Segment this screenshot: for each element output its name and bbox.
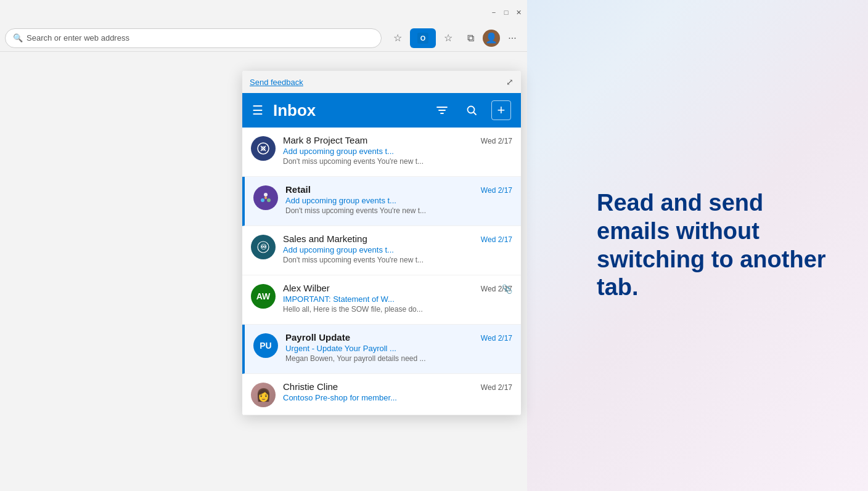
email-preview: Megan Bowen, Your payroll details need .… [285, 354, 512, 363]
avatar [253, 185, 278, 210]
email-date: Wed 2/17 [481, 137, 512, 145]
outlook-tab[interactable]: O [410, 28, 436, 48]
browser-toolbar-icons: ☆ O ☆ ⧉ 👤 ··· [388, 28, 522, 48]
svg-point-0 [468, 107, 475, 113]
favorites-icon[interactable]: ☆ [388, 28, 407, 48]
attachment-icon: 📎 [502, 284, 512, 294]
svg-text:♾: ♾ [260, 243, 267, 251]
address-bar-text: Search or enter web address [27, 33, 129, 43]
avatar [251, 136, 276, 161]
email-content: Christie Cline Wed 2/17 Contoso Pre-shop… [283, 381, 512, 404]
compose-button[interactable]: + [491, 100, 511, 120]
email-subject: Urgent - Update Your Payroll ... [285, 344, 512, 353]
address-bar[interactable]: 🔍 Search or enter web address [5, 28, 382, 48]
svg-point-8 [267, 198, 271, 202]
email-date: Wed 2/17 [481, 235, 512, 244]
search-button[interactable] [462, 100, 481, 120]
browser-titlebar: − □ ✕ [0, 0, 527, 25]
email-list: Mark 8 Project Team Wed 2/17 Add upcomin… [242, 128, 521, 415]
email-subject: Add upcoming group events t... [283, 245, 512, 254]
email-item[interactable]: Mark 8 Project Team Wed 2/17 Add upcomin… [242, 128, 521, 177]
email-sender: Retail [285, 184, 311, 195]
email-sender: Christie Cline [283, 381, 338, 392]
search-icon: 🔍 [13, 33, 23, 43]
minimize-button[interactable]: − [490, 9, 497, 16]
email-subject: Add upcoming group events t... [285, 196, 512, 205]
email-sender: Sales and Marketing [283, 233, 367, 244]
email-preview: Don't miss upcoming events You're new t.… [283, 256, 512, 264]
email-subject: Contoso Pre-shop for member... [283, 393, 512, 402]
browser-toolbar: 🔍 Search or enter web address ☆ O ☆ ⧉ 👤 … [0, 25, 527, 52]
panel-topbar: Send feedback ⤢ [242, 71, 521, 93]
email-subject: IMPORTANT: Statement of W... [283, 294, 512, 304]
email-date: Wed 2/17 [481, 334, 512, 343]
avatar: 👩 [251, 383, 276, 407]
collections-icon[interactable]: ☆ [438, 28, 458, 48]
outlook-panel: Send feedback ⤢ ☰ Inbox + [242, 71, 521, 415]
expand-panel-button[interactable]: ⤢ [506, 77, 514, 87]
email-date: Wed 2/17 [481, 383, 512, 392]
email-item[interactable]: ♾ Sales and Marketing Wed 2/17 Add upcom… [242, 226, 521, 275]
panel-header: ☰ Inbox + [242, 93, 521, 128]
email-content: Payroll Update Wed 2/17 Urgent - Update … [285, 332, 512, 363]
close-button[interactable]: ✕ [515, 9, 522, 16]
filter-button[interactable] [432, 100, 452, 120]
email-item[interactable]: AW Alex Wilber Wed 2/17 IMPORTANT: State… [242, 275, 521, 325]
email-preview: Hello all, Here is the SOW file, please … [283, 305, 512, 314]
avatar: ♾ [251, 235, 276, 259]
email-sender: Mark 8 Project Team [283, 135, 367, 145]
outlook-tab-icon: O [417, 33, 428, 44]
svg-line-1 [474, 113, 477, 115]
email-sender: Payroll Update [285, 332, 350, 343]
maximize-button[interactable]: □ [502, 9, 510, 16]
email-preview: Don't miss upcoming events You're new t.… [283, 157, 512, 166]
email-item[interactable]: Retail Wed 2/17 Add upcoming group event… [242, 177, 521, 226]
email-content: Mark 8 Project Team Wed 2/17 Add upcomin… [283, 135, 512, 166]
hamburger-menu-button[interactable]: ☰ [252, 103, 263, 118]
profile-avatar[interactable]: 👤 [483, 30, 500, 47]
email-sender: Alex Wilber [283, 283, 330, 293]
more-options-icon[interactable]: ··· [502, 28, 522, 48]
email-preview: Don't miss upcoming events You're new t.… [285, 206, 512, 215]
send-feedback-link[interactable]: Send feedback [250, 78, 303, 87]
inbox-title: Inbox [273, 101, 422, 120]
promo-text: Read and send emails without switching t… [597, 189, 831, 301]
svg-point-9 [264, 197, 267, 199]
email-subject: Add upcoming group events t... [283, 147, 512, 156]
svg-point-7 [261, 198, 264, 202]
email-content: Sales and Marketing Wed 2/17 Add upcomin… [283, 233, 512, 264]
email-item[interactable]: 👩 Christie Cline Wed 2/17 Contoso Pre-sh… [242, 374, 521, 415]
avatar: AW [251, 284, 276, 309]
email-content: Retail Wed 2/17 Add upcoming group event… [285, 184, 512, 215]
promo-section: Read and send emails without switching t… [523, 0, 868, 491]
email-item[interactable]: PU Payroll Update Wed 2/17 Urgent - Upda… [242, 325, 521, 374]
email-content: Alex Wilber Wed 2/17 IMPORTANT: Statemen… [283, 283, 512, 314]
svg-point-6 [264, 193, 268, 197]
share-icon[interactable]: ⧉ [461, 28, 480, 48]
avatar: PU [253, 333, 278, 358]
email-date: Wed 2/17 [481, 186, 512, 195]
